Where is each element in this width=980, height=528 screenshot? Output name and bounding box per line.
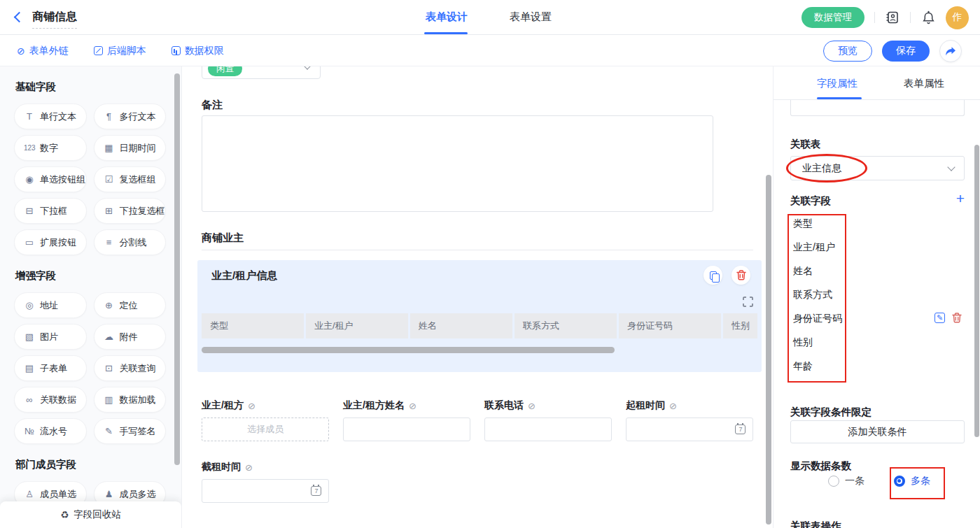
field-item[interactable]: ▥数据加载	[94, 387, 167, 413]
eye-off-icon: ⊘	[409, 401, 416, 411]
related-field-item[interactable]: 年龄	[793, 360, 813, 373]
add-related-field-icon[interactable]: +	[956, 191, 965, 206]
lease-start-date-field[interactable]	[626, 418, 753, 441]
form-external-link-label: 表单外链	[29, 45, 69, 57]
calendar-icon	[735, 424, 746, 434]
contacts-icon[interactable]	[885, 10, 900, 25]
field-item[interactable]: ▭扩展按钮	[14, 229, 87, 255]
field-item[interactable]: ◉单选按钮组	[14, 166, 87, 192]
field-item[interactable]: ▦日期时间	[94, 135, 167, 161]
divider-icon: ≡	[104, 237, 115, 248]
notification-bell-icon[interactable]	[920, 10, 936, 25]
tab-field-properties[interactable]: 字段属性	[817, 77, 858, 90]
tab-form-settings[interactable]: 表单设置	[510, 10, 552, 24]
preview-button[interactable]: 预览	[823, 41, 872, 62]
subform-icon: ▤	[24, 363, 35, 373]
related-field-item[interactable]: 姓名	[793, 265, 813, 278]
field-item[interactable]: ▤子表单	[14, 355, 87, 381]
field-item[interactable]: ⊟下拉框	[14, 198, 87, 224]
trash-icon	[736, 270, 746, 280]
user-avatar[interactable]: 作	[946, 6, 969, 29]
number-icon: 123	[24, 144, 35, 152]
edit-icon[interactable]: ✎	[934, 313, 945, 323]
eye-off-icon: ⊘	[248, 401, 255, 411]
related-table-label: 关联表	[790, 138, 821, 151]
field-item[interactable]: ▧图片	[14, 324, 87, 350]
sidebar-scrollbar[interactable]	[174, 73, 180, 465]
trash-icon[interactable]	[952, 313, 962, 323]
subtable-header-row: 类型 业主/租户 姓名 联系方式 身份证号码 性别	[202, 313, 757, 338]
form-toolbar: ⊘ 表单外链 后端脚本 数据权限 预览 保存	[0, 35, 980, 66]
field-item[interactable]: ☁附件	[94, 324, 167, 350]
back-icon[interactable]	[14, 12, 25, 23]
field-item[interactable]: ◎地址	[14, 292, 87, 318]
related-table-select[interactable]: 业主信息	[790, 156, 965, 180]
related-table-value: 业主信息	[802, 162, 841, 175]
field-item[interactable]: ⊞下拉复选框	[94, 198, 167, 224]
add-condition-button[interactable]: 添加关联条件	[790, 420, 965, 443]
owner-name-input[interactable]	[343, 418, 470, 441]
subtable-horizontal-scrollbar[interactable]	[202, 347, 615, 353]
share-button[interactable]	[939, 40, 962, 62]
page-title: 商铺信息	[32, 10, 77, 29]
field-label: 业主/租方姓名⊘	[343, 399, 416, 412]
linked-data-icon: ∞	[24, 394, 35, 405]
panel-scrollbar[interactable]	[974, 145, 979, 437]
divider	[910, 12, 911, 23]
signature-icon: ✎	[104, 426, 115, 436]
permission-icon	[172, 46, 181, 55]
eye-off-icon: ⊘	[528, 401, 536, 411]
subtable-title: 业主/租户信息	[211, 269, 277, 283]
duplicate-button[interactable]	[704, 266, 722, 285]
field-item[interactable]: 123数字	[14, 135, 87, 161]
related-field-item[interactable]: 联系方式	[793, 289, 832, 301]
member-single-icon: ♙	[24, 489, 35, 499]
data-permission-button[interactable]: 数据权限	[172, 45, 224, 57]
radio-group-icon: ◉	[24, 174, 35, 185]
field-recycle-bin-button[interactable]: ♻ 字段回收站	[0, 501, 181, 528]
related-field-item[interactable]: 类型	[793, 217, 813, 230]
member-picker-field[interactable]: 选择成员	[202, 418, 329, 441]
form-external-link-button[interactable]: ⊘ 表单外链	[17, 45, 69, 57]
chevron-down-icon	[303, 66, 311, 70]
backend-script-button[interactable]: 后端脚本	[94, 45, 146, 57]
canvas-scrollbar[interactable]	[766, 175, 771, 525]
save-button[interactable]: 保存	[882, 41, 930, 62]
status-select[interactable]: 闲置	[202, 66, 321, 79]
partial-input[interactable]	[790, 100, 965, 116]
data-manage-button[interactable]: 数据管理	[802, 7, 864, 28]
related-field-item[interactable]: 业主/租户	[793, 241, 835, 254]
subtable-column-header: 姓名	[410, 313, 512, 338]
tab-form-design[interactable]: 表单设计	[426, 10, 468, 24]
subtable-column-header: 性别	[723, 313, 757, 338]
field-item[interactable]: ✎手写签名	[94, 418, 167, 444]
field-item[interactable]: ¶多行文本	[94, 104, 167, 129]
radio-single[interactable]: 一条	[828, 475, 864, 487]
field-label: 联系电话⊘	[484, 399, 536, 412]
radio-multiple[interactable]: 多条	[894, 475, 930, 487]
tab-form-properties[interactable]: 表单属性	[904, 77, 944, 90]
owner-tenant-subtable[interactable]: 业主/租户信息 类型 业主/租户 姓名 联系方式 身份证号码 性别	[197, 260, 762, 372]
lease-end-date-field[interactable]	[202, 479, 329, 503]
section-title-member-fields: 部门成员字段	[15, 458, 166, 471]
expand-icon[interactable]	[743, 297, 753, 307]
related-field-item[interactable]: 身份证号码	[793, 313, 842, 325]
field-item[interactable]: ☑复选框组	[94, 166, 167, 192]
field-item[interactable]: ⊡关联查询	[94, 355, 167, 381]
condition-label: 关联字段条件限定	[790, 406, 872, 419]
address-icon: ◎	[24, 300, 35, 311]
divider	[874, 12, 875, 23]
delete-button[interactable]	[732, 266, 750, 285]
phone-input[interactable]	[484, 418, 612, 441]
related-field-item[interactable]: 性别	[793, 336, 813, 349]
properties-panel: 字段属性 表单属性 关联表 业主信息 关联字段 + 类型 业主/租户 姓名 联系…	[773, 66, 980, 528]
calendar-icon	[311, 486, 321, 496]
remark-textarea[interactable]	[202, 115, 713, 212]
field-item[interactable]: №流水号	[14, 418, 87, 444]
field-item[interactable]: T单行文本	[14, 104, 87, 129]
field-item[interactable]: ∞关联数据	[14, 387, 87, 413]
field-label: 截租时间⊘	[202, 461, 253, 473]
field-item[interactable]: ≡分割线	[94, 229, 167, 255]
table-operations-label: 关联表操作	[790, 520, 841, 528]
field-item[interactable]: ⊕定位	[94, 292, 167, 318]
